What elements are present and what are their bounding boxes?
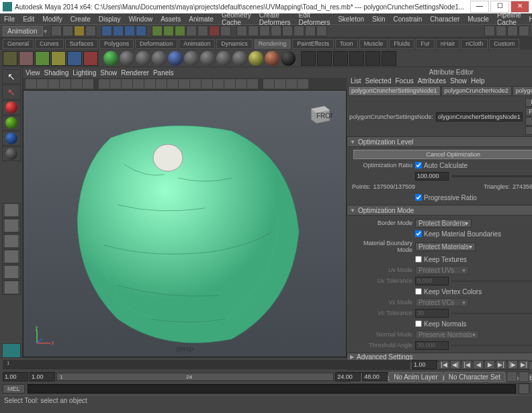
menu-muscle[interactable]: Muscle [465, 15, 492, 24]
toolbar-button[interactable] [484, 26, 495, 36]
toolbar-button[interactable] [282, 26, 293, 36]
material-ball[interactable] [168, 51, 183, 66]
forward-end-button[interactable]: ▶| [519, 360, 529, 369]
material-ball[interactable] [120, 51, 134, 66]
mel-input[interactable] [28, 384, 516, 394]
vp-tool[interactable] [167, 79, 178, 89]
ratio-slider[interactable] [451, 175, 532, 177]
layout-button[interactable] [2, 218, 21, 233]
select-tool[interactable]: ↖ [2, 69, 21, 84]
character-set-combo[interactable]: No Character Set [444, 372, 505, 382]
vp-tool[interactable] [99, 79, 109, 89]
menu-character[interactable]: Character [427, 15, 462, 24]
toolbar-button[interactable] [519, 26, 529, 36]
vp-tool[interactable] [60, 79, 71, 89]
attr-menu-focus[interactable]: Focus [395, 77, 413, 85]
module-selector[interactable]: Animation [3, 26, 43, 36]
menu-file[interactable]: File [1, 15, 17, 24]
toolbar-button[interactable] [136, 26, 146, 36]
toolbar-button[interactable] [220, 26, 231, 36]
toolbar-button[interactable] [259, 26, 270, 36]
range-out[interactable]: 24.00 [335, 372, 361, 381]
maya-icon[interactable] [2, 343, 21, 358]
shelf-button[interactable] [19, 51, 34, 66]
node-tab[interactable]: polygonCru [513, 86, 532, 96]
vp-tool[interactable] [110, 79, 121, 89]
presets-button[interactable]: Presets [525, 107, 532, 116]
layout-button[interactable] [2, 280, 21, 295]
focus-button[interactable]: Focus [525, 98, 532, 107]
shelf-tab-polygons[interactable]: Polygons [99, 39, 134, 49]
attr-menu-attributes[interactable]: Attributes [418, 77, 446, 85]
toolbar-button[interactable] [163, 26, 174, 36]
hide-button[interactable]: Hide [525, 126, 532, 135]
last-tool[interactable] [2, 146, 21, 161]
move-tool[interactable] [2, 100, 21, 115]
layout-button[interactable] [2, 265, 21, 279]
shelf-tab-curves[interactable]: Curves [35, 39, 64, 49]
vp-menu-lighting[interactable]: Lighting [73, 69, 96, 77]
vp-tool[interactable] [275, 79, 285, 89]
attr-menu-help[interactable]: Help [471, 77, 485, 85]
viewport[interactable]: FRONT yx persp [23, 90, 347, 357]
toolbar-button[interactable] [74, 26, 85, 36]
toolbar-button[interactable] [248, 26, 259, 36]
border-mode-combo[interactable]: Protect Borders▾ [415, 219, 472, 228]
shelf-button[interactable] [317, 51, 332, 66]
shelf-tab-muscle[interactable]: Muscle [359, 39, 388, 49]
material-ball[interactable] [184, 51, 199, 66]
vp-menu-panels[interactable]: Panels [153, 69, 174, 77]
node-tab[interactable]: polygonCruncherSettingsNode1 [348, 86, 441, 96]
toolbar-button[interactable] [507, 26, 518, 36]
shelf-button[interactable] [51, 51, 66, 66]
attr-menu-show[interactable]: Show [450, 77, 467, 85]
material-ball[interactable] [200, 51, 215, 66]
attr-menu-list[interactable]: List [351, 77, 361, 85]
shelf-button[interactable] [365, 51, 380, 66]
anim-layer-combo[interactable]: No Anim Layer [389, 372, 443, 382]
vp-tool[interactable] [224, 79, 235, 89]
prev-key-button[interactable]: |◀ [461, 360, 472, 369]
mel-label[interactable]: MEL [3, 384, 25, 394]
node-name-field[interactable]: olygonCruncherSettingsNode1 [436, 112, 523, 122]
material-ball[interactable] [281, 51, 296, 66]
material-mode-combo[interactable]: Protect Materials▾ [415, 242, 476, 251]
vp-tool[interactable] [83, 79, 93, 89]
menu-skin[interactable]: Skin [369, 15, 388, 24]
toolbar-button[interactable] [236, 26, 247, 36]
shelf-tab-ncloth[interactable]: nCloth [461, 39, 488, 49]
toolbar-button[interactable] [496, 26, 506, 36]
ratio-field[interactable]: 100.000 [415, 172, 449, 181]
material-ball[interactable] [232, 51, 247, 66]
vp-tool[interactable] [263, 79, 274, 89]
menu-constrain[interactable]: Constrain [391, 15, 425, 24]
menu-modify[interactable]: Modify [40, 15, 64, 24]
step-back-button[interactable]: ◀| [450, 360, 461, 369]
menu-window[interactable]: Window [126, 15, 156, 24]
toolbar-button[interactable] [62, 26, 73, 36]
show-button[interactable]: Show [525, 117, 532, 126]
shelf-button[interactable] [67, 51, 82, 66]
material-ball[interactable] [136, 51, 150, 66]
viewcube[interactable]: FRONT [306, 101, 332, 128]
shelf-button[interactable] [301, 51, 316, 66]
toolbar-button[interactable] [186, 26, 197, 36]
key-button[interactable] [506, 371, 517, 382]
shelf-tab-animation[interactable]: Animation [179, 39, 215, 49]
vp-tool[interactable] [202, 79, 212, 89]
shelf-tab-dynamics[interactable]: Dynamics [216, 39, 253, 49]
keep-textures-checkbox[interactable] [415, 256, 422, 263]
material-ball[interactable] [103, 51, 118, 66]
shelf-tab-painteffects[interactable]: PaintEffects [292, 39, 334, 49]
range-start[interactable]: 1.00 [3, 372, 28, 381]
play-forward-button[interactable]: ▶ [484, 360, 495, 369]
keep-vc-checkbox[interactable] [415, 288, 422, 295]
menu-edit[interactable]: Edit [20, 15, 37, 24]
vp-menu-renderer[interactable]: Renderer [121, 69, 149, 77]
menu-edit-deformers[interactable]: Edit Deformers [296, 11, 332, 27]
toolbar-button[interactable] [124, 26, 135, 36]
vp-tool[interactable] [144, 79, 155, 89]
vp-tool[interactable] [286, 79, 297, 89]
shelf-tab-general[interactable]: General [3, 39, 34, 49]
toolbar-button[interactable] [316, 26, 327, 36]
